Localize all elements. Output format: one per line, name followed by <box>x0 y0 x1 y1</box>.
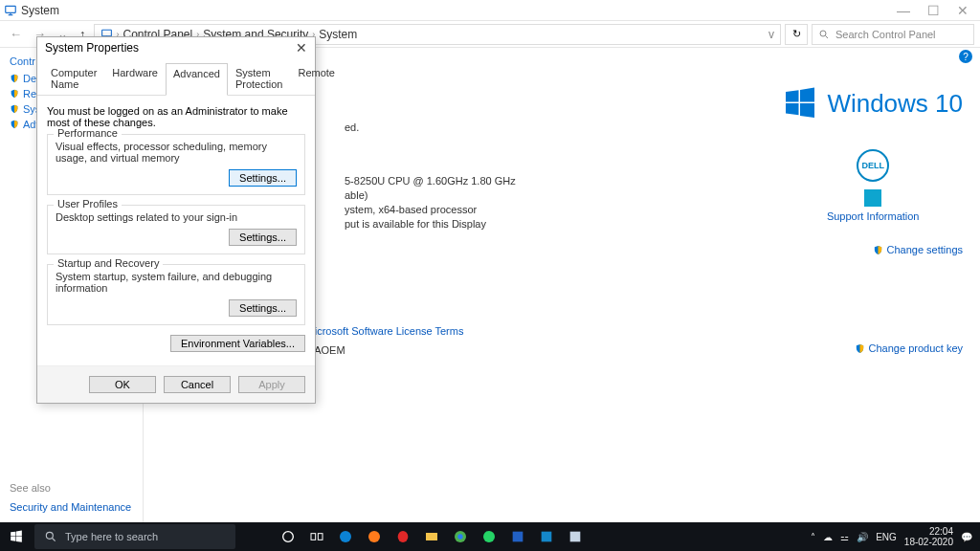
right-column: Windows 10 DELL Support Information <box>783 86 963 222</box>
dialog-close-button[interactable]: ✕ <box>296 40 307 55</box>
shield-icon <box>873 245 883 255</box>
startup-recovery-group: Startup and Recovery System startup, sys… <box>47 264 305 325</box>
environment-variables-button[interactable]: Environment Variables... <box>170 335 305 352</box>
explorer-icon[interactable] <box>417 522 446 551</box>
window-titlebar: System — ☐ ✕ <box>0 0 980 21</box>
dialog-title: System Properties <box>45 41 139 55</box>
word-icon[interactable] <box>503 522 532 551</box>
shield-icon <box>10 89 19 99</box>
refresh-button[interactable]: ↻ <box>785 24 808 45</box>
tab-system-protection[interactable]: System Protection <box>228 62 291 95</box>
svg-point-12 <box>457 534 462 539</box>
tray-network-icon[interactable]: ⚍ <box>840 532 849 542</box>
user-profiles-legend: User Profiles <box>54 198 122 209</box>
svg-point-13 <box>483 531 495 542</box>
cancel-button[interactable]: Cancel <box>164 376 231 393</box>
opera-icon[interactable] <box>389 522 417 551</box>
shield-icon <box>855 343 865 354</box>
tray-onedrive-icon[interactable]: ☁ <box>823 532 833 542</box>
svg-rect-1 <box>101 30 111 36</box>
user-profiles-settings-button[interactable]: Settings... <box>229 229 297 246</box>
tab-advanced[interactable]: Advanced <box>166 63 228 96</box>
svg-rect-16 <box>570 532 581 542</box>
firefox-icon[interactable] <box>360 522 389 551</box>
svg-point-3 <box>46 532 53 539</box>
see-also: See also Security and Maintenance <box>10 482 131 513</box>
maximize-button[interactable]: ☐ <box>927 3 940 18</box>
search-placeholder: Search Control Panel <box>835 29 936 40</box>
help-button[interactable]: ? <box>959 50 972 63</box>
user-profiles-group: User Profiles Desktop settings related t… <box>47 205 305 254</box>
taskbar-search-placeholder: Type here to search <box>65 531 158 542</box>
ok-button[interactable]: OK <box>89 376 156 393</box>
startup-settings-button[interactable]: Settings... <box>229 299 297 317</box>
svg-rect-15 <box>542 532 552 542</box>
change-settings-link[interactable]: Change settings <box>873 244 964 255</box>
see-also-label: See also <box>10 482 131 494</box>
whatsapp-icon[interactable] <box>475 522 503 551</box>
action-center-icon[interactable]: 💬 <box>961 532 972 542</box>
dialog-titlebar[interactable]: System Properties ✕ <box>37 37 315 58</box>
svg-rect-14 <box>513 532 523 542</box>
search-icon <box>818 29 830 40</box>
app-icon[interactable] <box>532 522 561 551</box>
edge-icon[interactable] <box>331 522 360 551</box>
nav-back[interactable]: ← <box>6 27 26 41</box>
taskbar-apps <box>274 522 590 551</box>
dialog-footer: OK Cancel Apply <box>37 365 315 403</box>
tray-date: 18-02-2020 <box>904 537 953 547</box>
performance-desc: Visual effects, processor scheduling, me… <box>56 141 297 164</box>
change-product-key-link[interactable]: Change product key <box>855 342 963 354</box>
search-icon <box>44 530 57 543</box>
svg-rect-10 <box>426 533 437 540</box>
system-properties-dialog: System Properties ✕ Computer Name Hardwa… <box>36 36 316 404</box>
startup-desc: System startup, system failure, and debu… <box>56 271 297 294</box>
dialog-body: You must be logged on as an Administrato… <box>37 96 315 365</box>
svg-rect-6 <box>318 534 323 540</box>
tab-remote[interactable]: Remote <box>290 62 343 95</box>
svg-rect-5 <box>311 534 316 540</box>
support-info-link[interactable]: Support Information <box>827 210 920 222</box>
windows-text: Windows 10 <box>827 89 963 119</box>
cortana-icon[interactable] <box>274 522 302 551</box>
shield-icon <box>10 74 19 83</box>
tray-chevron-icon[interactable]: ˄ <box>811 532 815 542</box>
shield-icon <box>10 120 19 129</box>
oem-badge <box>864 189 881 207</box>
system-icon <box>4 4 17 17</box>
tray-language[interactable]: ENG <box>876 532 897 542</box>
svg-point-7 <box>340 531 351 542</box>
performance-legend: Performance <box>54 127 122 139</box>
taskbar-search[interactable]: Type here to search <box>34 524 235 549</box>
close-button[interactable]: ✕ <box>957 3 969 18</box>
svg-point-9 <box>398 531 409 542</box>
windows-icon <box>10 530 23 543</box>
dialog-tabs: Computer Name Hardware Advanced System P… <box>37 62 315 96</box>
task-view-icon[interactable] <box>302 522 331 551</box>
tray-volume-icon[interactable]: 🔊 <box>857 532 868 542</box>
svg-point-8 <box>368 531 380 542</box>
system-tray: ˄ ☁ ⚍ 🔊 ENG 22:04 18-02-2020 💬 <box>803 526 980 547</box>
windows-logo: Windows 10 <box>783 86 963 121</box>
crumb-system[interactable]: System <box>319 28 357 41</box>
svg-point-2 <box>820 31 826 36</box>
window-title: System <box>21 4 59 17</box>
minimize-button[interactable]: — <box>897 3 910 18</box>
startup-legend: Startup and Recovery <box>54 257 163 269</box>
search-input[interactable]: Search Control Panel <box>812 24 974 45</box>
performance-settings-button[interactable]: Settings... <box>229 169 297 187</box>
user-profiles-desc: Desktop settings related to your sign-in <box>56 211 297 223</box>
security-maintenance-link[interactable]: Security and Maintenance <box>10 501 131 513</box>
start-button[interactable] <box>0 522 33 551</box>
tab-hardware[interactable]: Hardware <box>104 62 166 95</box>
svg-rect-0 <box>6 6 16 12</box>
breadcrumb-dropdown[interactable]: v <box>768 28 774 41</box>
windows-icon <box>783 86 817 121</box>
svg-point-4 <box>283 532 294 542</box>
dell-logo: DELL <box>857 149 889 182</box>
tab-computer-name[interactable]: Computer Name <box>43 62 104 95</box>
shield-icon <box>10 104 19 114</box>
chrome-icon[interactable] <box>446 522 475 551</box>
app2-icon[interactable] <box>561 522 590 551</box>
tray-clock[interactable]: 22:04 18-02-2020 <box>904 526 953 547</box>
